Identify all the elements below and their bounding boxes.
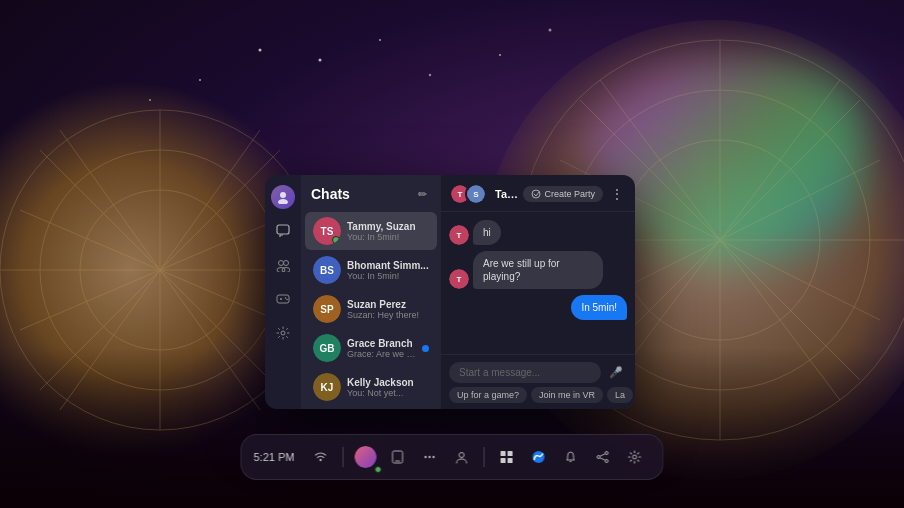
chat-avatar-4: KJ	[313, 373, 341, 401]
more-options-button[interactable]: ⋮	[607, 184, 627, 204]
svg-point-44	[319, 459, 321, 461]
chat-list-header: Chats ✏	[301, 175, 441, 209]
taskbar-avatar-icon[interactable]	[349, 441, 381, 473]
taskbar-settings-icon[interactable]	[618, 441, 650, 473]
svg-point-48	[428, 456, 430, 458]
chat-preview-4: You: Not yet...	[347, 388, 429, 398]
online-dot	[374, 466, 381, 473]
chat-avatar-0: TS	[313, 217, 341, 245]
chat-preview-2: Suzan: Hey there!	[347, 310, 429, 320]
svg-rect-32	[277, 225, 289, 234]
taskbar-separator-1	[342, 447, 343, 467]
message-row-1: T hi	[449, 220, 627, 245]
messenger-window: Chats ✏ TS Tammy, Suzan You: In 5min! BS…	[265, 175, 635, 409]
svg-point-34	[284, 261, 289, 266]
msg-avatar-2: T	[449, 269, 469, 289]
svg-point-28	[499, 54, 501, 56]
svg-point-58	[597, 456, 600, 459]
chat-info-0: Tammy, Suzan You: In 5min!	[347, 221, 429, 242]
svg-rect-53	[500, 458, 505, 463]
svg-point-61	[632, 455, 636, 459]
taskbar-time: 5:21 PM	[254, 451, 295, 463]
message-row-3: In 5min!	[449, 295, 627, 320]
chat-list-title: Chats	[311, 186, 350, 202]
svg-point-47	[424, 456, 426, 458]
chat-preview-0: You: In 5min!	[347, 232, 429, 242]
message-bubble-3: In 5min!	[571, 295, 627, 320]
microphone-button[interactable]: 🎤	[605, 361, 627, 383]
create-party-button[interactable]: Create Party	[523, 186, 603, 202]
quick-action-vr[interactable]: Join me in VR	[531, 387, 603, 403]
messages-area: T hi T Are we still up for playing? In 5…	[441, 212, 635, 354]
taskbar-apps-icon[interactable]	[490, 441, 522, 473]
svg-rect-54	[507, 458, 512, 463]
taskbar-separator-2	[483, 447, 484, 467]
chat-avatar-1: BS	[313, 256, 341, 284]
chat-item-1[interactable]: BS Bhomant Simm... You: In 5min!	[305, 251, 437, 289]
msg-avatar-1: T	[449, 225, 469, 245]
svg-point-41	[286, 299, 288, 301]
chat-info-4: Kelly Jackson You: Not yet...	[347, 377, 429, 398]
quick-action-buttons: Up for a game? Join me in VR La	[449, 387, 627, 403]
svg-rect-52	[507, 451, 512, 456]
user-avatar-taskbar	[354, 446, 376, 468]
message-bubble-1: hi	[473, 220, 501, 245]
chat-item-3[interactable]: GB Grace Branch Grace: Are we still...	[305, 329, 437, 367]
sidebar-chats-icon[interactable]	[269, 217, 297, 245]
svg-point-30	[280, 192, 286, 198]
sidebar-settings-icon[interactable]	[269, 319, 297, 347]
svg-point-49	[432, 456, 434, 458]
conv-avatars: T S	[449, 183, 487, 205]
chat-item-0[interactable]: TS Tammy, Suzan You: In 5min!	[305, 212, 437, 250]
svg-line-60	[600, 458, 605, 460]
input-area: 🎤 Up for a game? Join me in VR La	[441, 354, 635, 409]
taskbar-phone-icon[interactable]	[381, 441, 413, 473]
svg-point-31	[278, 199, 288, 204]
sidebar-icons-strip	[265, 175, 301, 409]
message-row-2: T Are we still up for playing?	[449, 251, 627, 289]
input-row: 🎤	[449, 361, 627, 383]
conversation-title: Tammy, Suzan	[495, 188, 519, 200]
svg-point-29	[549, 29, 552, 32]
message-input[interactable]	[449, 362, 601, 383]
sidebar-people-icon[interactable]	[269, 251, 297, 279]
svg-point-42	[281, 331, 285, 335]
chat-list-panel: Chats ✏ TS Tammy, Suzan You: In 5min! BS…	[301, 175, 441, 409]
svg-point-36	[282, 268, 290, 273]
chat-name-1: Bhomant Simm...	[347, 260, 429, 271]
svg-point-23	[379, 39, 381, 41]
online-indicator	[332, 236, 340, 244]
conversation-header: T S Tammy, Suzan Create Party ⋮	[441, 175, 635, 212]
svg-point-40	[285, 297, 287, 299]
unread-dot	[422, 345, 429, 352]
svg-point-22	[319, 59, 322, 62]
sidebar-avatar[interactable]	[269, 183, 297, 211]
svg-rect-51	[500, 451, 505, 456]
edit-chats-icon[interactable]: ✏	[413, 185, 431, 203]
taskbar-more-icon[interactable]	[413, 441, 445, 473]
conv-avatar-2: S	[465, 183, 487, 205]
svg-point-33	[279, 261, 284, 266]
chat-preview-1: You: In 5min!	[347, 271, 429, 281]
taskbar-person-icon[interactable]	[445, 441, 477, 473]
chat-avatar-3: GB	[313, 334, 341, 362]
svg-line-59	[600, 454, 605, 456]
quick-action-game[interactable]: Up for a game?	[449, 387, 527, 403]
taskbar-share-icon[interactable]	[586, 441, 618, 473]
svg-point-57	[605, 460, 608, 463]
chat-name-2: Suzan Perez	[347, 299, 429, 310]
taskbar-bell-icon[interactable]	[554, 441, 586, 473]
chat-info-1: Bhomant Simm... You: In 5min!	[347, 260, 429, 281]
svg-point-56	[605, 452, 608, 455]
user-avatar-main	[271, 185, 295, 209]
sidebar-games-icon[interactable]	[269, 285, 297, 313]
chat-preview-3: Grace: Are we still...	[347, 349, 420, 359]
chat-name-4: Kelly Jackson	[347, 377, 429, 388]
svg-point-43	[532, 190, 540, 198]
svg-point-26	[259, 49, 262, 52]
chat-item-2[interactable]: SP Suzan Perez Suzan: Hey there!	[305, 290, 437, 328]
quick-action-more[interactable]: La	[607, 387, 633, 403]
chat-item-4[interactable]: KJ Kelly Jackson You: Not yet...	[305, 368, 437, 406]
taskbar-messenger-icon[interactable]	[522, 441, 554, 473]
chat-name-0: Tammy, Suzan	[347, 221, 429, 232]
